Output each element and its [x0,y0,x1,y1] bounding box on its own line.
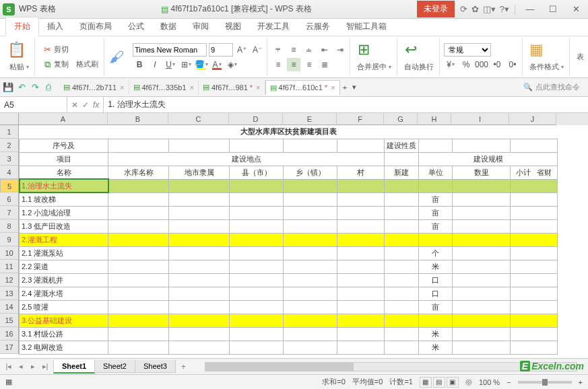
cell[interactable] [169,300,230,314]
col-header-E[interactable]: E [283,113,337,125]
cell[interactable] [337,314,385,327]
cell[interactable] [284,246,337,260]
sheet-tab-1[interactable]: Sheet1 [53,360,95,374]
align-bottom-button[interactable]: ⫨ [302,43,316,57]
cell[interactable]: 个 [419,246,453,260]
dec-decimal-button[interactable]: 0• [506,58,519,71]
cut-button[interactable]: ✂剪切 [39,43,71,57]
cell[interactable] [230,179,284,192]
cell[interactable] [337,273,385,287]
cell[interactable] [108,192,169,206]
format-painter-button[interactable]: 格式刷 [73,58,101,71]
cell[interactable] [169,233,230,246]
file-tab-3[interactable]: ▤4f67f…981*× [199,80,265,94]
cell[interactable]: 亩 [419,192,453,206]
sheet-tab-2[interactable]: Sheet2 [94,360,135,373]
cell[interactable] [169,273,230,287]
cell[interactable] [511,179,558,192]
file-tab-2[interactable]: ▤4f67f…335b1× [129,80,199,94]
first-sheet-button[interactable]: |◂ [3,362,15,371]
col-header-C[interactable]: C [168,113,229,125]
cell[interactable] [385,300,419,314]
name-box[interactable]: A5 [0,97,67,112]
cell[interactable] [230,260,284,273]
row-header-2[interactable]: 2 [0,139,19,152]
align-justify-button[interactable]: ≣ [318,58,331,71]
skin-icon[interactable]: ◫▾ [483,4,496,14]
cell[interactable] [108,179,169,192]
cell[interactable] [453,327,511,341]
command-search[interactable]: 🔍 点此查找命令 [523,82,585,92]
underline-button[interactable]: U▾ [164,58,177,71]
cell[interactable] [230,246,284,260]
cell-name[interactable]: 2.1 灌溉泵站 [20,246,108,260]
font-color-button[interactable]: A▾ [210,58,224,71]
col-header-F[interactable]: F [337,113,384,125]
close-tab-icon[interactable]: × [190,83,194,92]
view-normal-button[interactable]: ▦ [420,377,432,388]
col-header-A[interactable]: A [19,113,108,125]
cell[interactable] [453,300,511,314]
format-painter-icon[interactable]: 🖌 [107,48,126,67]
cell[interactable] [108,246,169,260]
cell[interactable] [337,246,385,260]
table-row[interactable]: 3.1 村级公路米 [20,327,558,341]
row-header-13[interactable]: 13 [0,287,19,300]
row-header-6[interactable]: 6 [0,192,19,206]
cond-format-button[interactable]: 条件格式▾ [527,61,566,73]
cell[interactable] [453,314,511,327]
row-headers[interactable]: 1234567891011121314151617 [0,125,19,354]
table-row[interactable]: 3.公益基础建设 [20,314,558,327]
table-row[interactable]: 2.1 灌溉泵站个 [20,246,558,260]
comma-button[interactable]: 000 [475,58,488,71]
cell[interactable] [108,273,169,287]
col-header-G[interactable]: G [384,113,418,125]
tab-formula[interactable]: 公式 [120,17,152,36]
cell[interactable] [511,314,558,327]
cell[interactable]: 口 [419,287,453,300]
indent-right-button[interactable]: ⇥ [333,43,347,57]
select-all-corner[interactable] [0,113,19,125]
cell[interactable]: 亩 [419,219,453,233]
cell[interactable] [284,273,337,287]
currency-button[interactable]: ¥▾ [444,58,457,71]
column-headers[interactable]: ABCDEFGHIJ [19,113,588,125]
col-header-H[interactable]: H [418,113,451,125]
row-header-14[interactable]: 14 [0,300,19,314]
cell[interactable] [108,206,169,219]
next-sheet-button[interactable]: ▸ [27,362,39,371]
cell[interactable] [385,206,419,219]
align-center-button[interactable]: ≡ [287,58,300,71]
cell[interactable] [511,206,558,219]
cell[interactable] [511,246,558,260]
zoom-value[interactable]: 100 % [479,378,500,386]
cell-name[interactable]: 3.1 村级公路 [20,327,108,341]
cell[interactable] [284,341,337,354]
cancel-edit-icon[interactable]: ✕ [70,100,79,110]
cell[interactable] [230,327,284,341]
increase-font-button[interactable]: A⁺ [235,43,249,57]
cell[interactable] [511,341,558,354]
tab-tools[interactable]: 智能工具箱 [338,17,395,36]
cell[interactable] [385,192,419,206]
last-sheet-button[interactable]: ▸| [39,362,51,371]
cell[interactable]: 米 [419,260,453,273]
cell[interactable] [453,192,511,206]
cell-name[interactable]: 2.2 渠道 [20,260,108,273]
cell[interactable] [511,327,558,341]
undo-icon[interactable]: ↶ [16,82,27,93]
row-header-9[interactable]: 9 [0,233,19,246]
cell[interactable] [385,287,419,300]
cell[interactable] [108,287,169,300]
cell[interactable]: 亩 [419,300,453,314]
table-row[interactable]: 1.2 小流域治理亩 [20,206,558,219]
paste-button[interactable]: 粘贴▾ [7,61,32,73]
cell[interactable] [453,287,511,300]
merge-center-button[interactable]: 合并居中▾ [354,61,394,73]
cell[interactable] [511,287,558,300]
cell[interactable] [230,206,284,219]
cell[interactable] [108,341,169,354]
cell[interactable] [453,179,511,192]
cell[interactable] [337,260,385,273]
cell[interactable] [284,314,337,327]
